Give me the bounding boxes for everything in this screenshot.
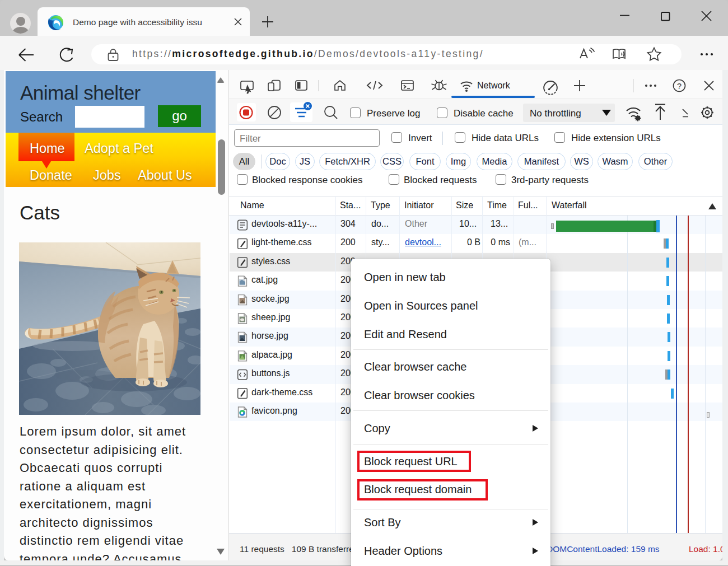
svg-text:?: ?	[677, 81, 682, 91]
